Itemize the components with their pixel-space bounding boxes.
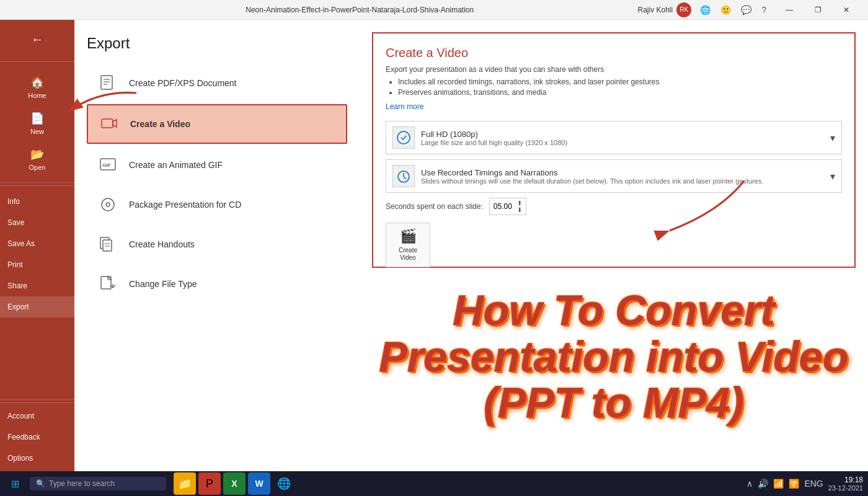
taskbar-left: ⊞ 🔍 Type here to search 📁 P X W 🌐: [5, 472, 295, 495]
sidebar-home-label: Home: [28, 92, 46, 99]
sidebar-item-export[interactable]: Export: [0, 296, 74, 317]
user-profile[interactable]: Rajiv Kohli RK: [638, 2, 692, 17]
sidebar-item-new[interactable]: 📄 New: [0, 105, 74, 141]
taskbar: ⊞ 🔍 Type here to search 📁 P X W 🌐 ∧ 🔊 📶 …: [0, 471, 868, 496]
overlay-text: How To Convert Presentation into Video (…: [360, 242, 868, 471]
quality-icon: [392, 126, 415, 149]
create-video-button[interactable]: 🎬 CreateVideo: [386, 223, 430, 267]
seconds-value: 05.00: [494, 202, 512, 211]
taskbar-explorer[interactable]: 📁: [174, 472, 196, 495]
sidebar-item-account[interactable]: Account: [0, 405, 74, 427]
panel-bullets: Includes all recorded timings, narration…: [398, 78, 842, 97]
sidebar-item-home[interactable]: 🏠 Home: [0, 69, 74, 105]
timing-dropdown[interactable]: Use Recorded Timings and Narrations Slid…: [386, 159, 842, 193]
network-icon[interactable]: 📶: [773, 479, 784, 489]
learn-more-link[interactable]: Learn more: [386, 102, 423, 111]
svg-point-9: [106, 203, 110, 206]
sidebar-item-share[interactable]: Share: [0, 275, 74, 296]
start-button[interactable]: ⊞: [5, 474, 25, 494]
handouts-icon: [97, 233, 119, 255]
minimize-button[interactable]: —: [775, 0, 804, 20]
timing-label: Use Recorded Timings and Narrations: [421, 168, 830, 177]
search-icon: 🔍: [36, 479, 45, 488]
svg-marker-5: [113, 120, 117, 127]
sidebar-item-options[interactable]: Options: [0, 448, 74, 469]
sidebar-back-button[interactable]: ←: [26, 26, 48, 53]
svg-line-19: [404, 177, 406, 179]
change-file-icon: [97, 273, 119, 295]
seconds-row: Seconds spent on each slide: 05.00 ⬆⬇: [386, 198, 842, 215]
pdf-icon: [97, 72, 119, 94]
export-menu-create-gif[interactable]: GIF Create an Animated GIF: [87, 146, 347, 184]
sidebar-item-open[interactable]: 📂 Open: [0, 141, 74, 177]
globe-icon[interactable]: 🌐: [698, 4, 713, 16]
open-icon: 📂: [30, 148, 44, 161]
titlebar-icons: 🌐 🙂 💬 ?: [698, 4, 769, 16]
taskbar-excel[interactable]: X: [223, 472, 246, 495]
cd-icon: [97, 193, 119, 216]
timing-chevron-icon: ▾: [830, 170, 835, 182]
sidebar-open-label: Open: [29, 164, 46, 171]
svg-point-16: [397, 131, 410, 144]
overlay-line1: How To Convert: [453, 287, 775, 334]
svg-rect-4: [102, 119, 113, 128]
create-video-panel: Create a Video Export your presentation …: [372, 32, 856, 268]
help-icon[interactable]: ?: [759, 4, 769, 16]
taskbar-word[interactable]: W: [248, 472, 270, 495]
bullet-1: Includes all recorded timings, narration…: [398, 78, 842, 86]
sidebar-item-save[interactable]: Save: [0, 212, 74, 233]
taskbar-powerpoint[interactable]: P: [198, 472, 221, 495]
sidebar-item-print[interactable]: Print: [0, 254, 74, 275]
wifi-icon[interactable]: 🛜: [789, 479, 799, 489]
taskbar-right: ∧ 🔊 📶 🛜 ENG 19:18 23-12-2021: [746, 476, 863, 492]
svg-rect-0: [101, 76, 112, 89]
create-video-label: Create a Video: [130, 119, 190, 129]
change-file-label: Change File Type: [129, 279, 197, 289]
new-icon: 📄: [30, 112, 44, 125]
clock-date: 23-12-2021: [828, 484, 863, 492]
export-left-panel: Export Create PDF/XPS Document: [74, 20, 360, 471]
windows-logo-icon: ⊞: [11, 478, 19, 490]
emoji-icon[interactable]: 🙂: [718, 4, 733, 16]
title-bar: Neon-Animation-Effect-in-PowerPoint-Nata…: [0, 0, 868, 20]
gif-icon: GIF: [97, 154, 119, 176]
export-menu-package-cd[interactable]: Package Presentation for CD: [87, 186, 347, 223]
window-controls: — ❐ ✕: [775, 0, 861, 20]
timing-sub: Slides without timings will use the defa…: [421, 177, 830, 185]
quality-dropdown[interactable]: Full HD (1080p) Large file size and full…: [386, 121, 842, 154]
overlay-line3: (PPT to MP4): [484, 379, 743, 426]
close-button[interactable]: ✕: [832, 0, 861, 20]
seconds-spinner[interactable]: ⬆⬇: [517, 200, 522, 213]
taskbar-clock: 19:18 23-12-2021: [828, 476, 863, 492]
restore-button[interactable]: ❐: [804, 0, 832, 20]
back-icon: ←: [31, 32, 43, 46]
panel-description: Export your presentation as a video that…: [386, 65, 842, 74]
home-icon: 🏠: [30, 76, 44, 89]
export-menu-change-file[interactable]: Change File Type: [87, 265, 347, 303]
export-menu-create-video[interactable]: Create a Video: [87, 104, 347, 144]
export-menu-create-pdf[interactable]: Create PDF/XPS Document: [87, 64, 347, 102]
sidebar-item-info[interactable]: Info: [0, 191, 74, 212]
export-title: Export: [87, 35, 347, 52]
quality-chevron-icon: ▾: [830, 132, 835, 144]
taskbar-search[interactable]: 🔍 Type here to search: [30, 477, 166, 490]
user-name: Rajiv Kohli: [638, 6, 673, 14]
seconds-label: Seconds spent on each slide:: [386, 202, 483, 211]
create-gif-label: Create an Animated GIF: [129, 160, 223, 170]
sidebar-item-save-as[interactable]: Save As: [0, 233, 74, 254]
sidebar: ← 🏠 Home 📄 New 📂 Open In: [0, 20, 74, 471]
export-menu-create-handouts[interactable]: Create Handouts: [87, 226, 347, 263]
seconds-input[interactable]: 05.00 ⬆⬇: [489, 198, 526, 215]
comment-icon[interactable]: 💬: [738, 4, 754, 16]
export-right-panel: Create a Video Export your presentation …: [360, 20, 868, 471]
volume-icon[interactable]: 🔊: [758, 479, 768, 489]
clock-time: 19:18: [828, 476, 863, 484]
user-avatar: RK: [676, 2, 691, 17]
panel-title: Create a Video: [386, 46, 842, 60]
timing-icon: [392, 165, 415, 187]
sidebar-item-feedback[interactable]: Feedback: [0, 427, 74, 448]
search-placeholder: Type here to search: [49, 479, 115, 488]
bullet-2: Preserves animations, transitions, and m…: [398, 88, 842, 97]
taskbar-chrome[interactable]: 🌐: [273, 472, 295, 495]
svg-rect-11: [103, 240, 112, 251]
